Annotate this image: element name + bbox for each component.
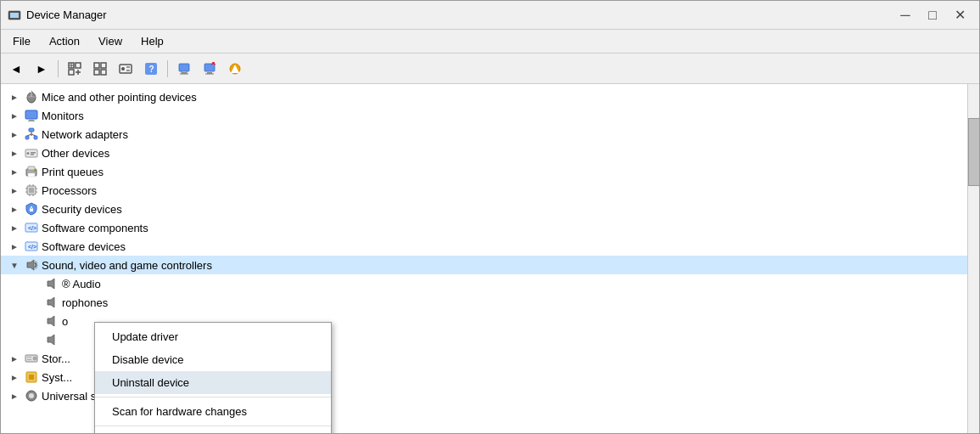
toggle-child1	[28, 277, 42, 290]
properties-button[interactable]	[114, 57, 137, 81]
tree-item-print[interactable]: ► Print queues	[1, 162, 967, 181]
toggle-monitors[interactable]: ►	[8, 109, 21, 122]
menu-help[interactable]: Help	[132, 31, 172, 51]
title-bar: Device Manager ─ □ ✕	[1, 1, 979, 30]
collapse-all-button[interactable]	[88, 57, 112, 81]
context-properties[interactable]: Properties	[95, 429, 331, 433]
svg-text:?: ?	[149, 65, 154, 74]
svg-rect-12	[101, 70, 106, 75]
scrollbar-thumb[interactable]	[968, 118, 979, 186]
label-child2: rophones	[62, 296, 108, 309]
label-processors: Processors	[42, 184, 97, 197]
svg-rect-37	[29, 128, 34, 132]
label-print: Print queues	[42, 166, 104, 178]
svg-rect-38	[25, 136, 29, 139]
label-other: Other devices	[42, 147, 109, 160]
context-uninstall-device[interactable]: Uninstall device	[95, 371, 331, 394]
forward-button[interactable]: ►	[30, 57, 53, 81]
toggle-sw-devices[interactable]: ►	[8, 240, 21, 253]
icon-monitors	[25, 109, 38, 122]
label-mice: Mice and other pointing devices	[42, 91, 197, 104]
close-button[interactable]: ✕	[947, 5, 972, 25]
svg-rect-46	[31, 154, 34, 155]
svg-marker-70	[48, 316, 54, 326]
label-storage: Stor...	[42, 352, 70, 365]
icon-child1	[45, 277, 59, 290]
toggle-other[interactable]: ►	[8, 146, 21, 160]
context-scan-changes[interactable]: Scan for hardware changes	[95, 400, 331, 423]
toggle-network[interactable]: ►	[8, 127, 21, 141]
tree-item-other[interactable]: ► Other devices	[1, 144, 967, 162]
svg-point-44	[27, 152, 30, 155]
menu-action[interactable]: Action	[41, 31, 88, 51]
menu-bar: File Action View Help	[1, 30, 979, 54]
tree-item-processors[interactable]: ► Processors	[1, 181, 967, 200]
context-disable-device[interactable]: Disable device	[95, 348, 331, 371]
tree-item-mice[interactable]: ► Mice and other pointing devices	[1, 87, 967, 106]
icon-sound	[25, 258, 38, 272]
back-button[interactable]: ◄	[4, 57, 28, 81]
icon-other	[25, 146, 38, 160]
tree-child-2[interactable]: rophones	[1, 293, 967, 312]
minimize-button[interactable]: ─	[893, 5, 918, 25]
svg-rect-48	[28, 166, 35, 170]
toggle-print[interactable]: ►	[8, 165, 21, 178]
help-contents-button[interactable]: ?	[139, 57, 163, 81]
window-controls: ─ □ ✕	[893, 5, 972, 25]
svg-rect-77	[29, 375, 34, 380]
tree-item-sw-components[interactable]: ► </> Software components	[1, 218, 967, 237]
context-separator-1	[95, 397, 331, 397]
device-manager-window: Device Manager ─ □ ✕ File Action View He…	[0, 0, 980, 434]
menu-view[interactable]: View	[90, 31, 131, 51]
svg-point-62	[31, 206, 33, 209]
svg-line-41	[27, 134, 31, 136]
svg-rect-10	[101, 63, 106, 68]
svg-marker-67	[27, 260, 34, 270]
svg-point-14	[121, 67, 125, 70]
tree-item-network[interactable]: ► Network adapters	[1, 125, 967, 144]
label-network: Network adapters	[42, 128, 128, 141]
tree-item-security[interactable]: ► Security devices	[1, 200, 967, 218]
icon-child4	[45, 333, 59, 347]
label-security: Security devices	[42, 203, 122, 216]
toggle-usb[interactable]: ►	[8, 389, 21, 403]
icon-mice	[25, 90, 38, 104]
svg-point-79	[29, 393, 34, 398]
svg-rect-34	[25, 110, 37, 119]
tree-item-sw-devices[interactable]: ► </> Software devices	[1, 237, 967, 256]
tree-child-1[interactable]: ® Audio	[1, 274, 967, 293]
svg-marker-69	[48, 297, 54, 307]
toggle-processors[interactable]: ►	[8, 183, 21, 197]
svg-rect-39	[34, 136, 37, 139]
toolbar: ◄ ► ? ✕	[1, 54, 979, 84]
svg-marker-68	[48, 279, 54, 289]
remove-device-button[interactable]: ✕	[198, 57, 221, 81]
expand-all-button[interactable]	[63, 57, 87, 81]
toolbar-separator-1	[58, 60, 59, 77]
toggle-system[interactable]: ►	[8, 370, 21, 384]
toggle-sw-components[interactable]: ►	[8, 221, 21, 234]
menu-file[interactable]: File	[4, 31, 39, 51]
icon-system	[25, 370, 38, 384]
toggle-security[interactable]: ►	[8, 202, 21, 216]
svg-point-50	[34, 170, 36, 172]
toggle-mice[interactable]: ►	[8, 90, 21, 104]
icon-usb	[25, 389, 38, 403]
icon-print	[25, 165, 38, 178]
svg-rect-6	[69, 70, 74, 75]
svg-rect-5	[76, 63, 81, 68]
svg-rect-49	[28, 173, 35, 177]
tree-item-monitors[interactable]: ► Monitors	[1, 106, 967, 125]
update-driver-button[interactable]	[223, 57, 247, 81]
toolbar-separator-2	[167, 60, 168, 77]
maximize-button[interactable]: □	[920, 5, 945, 25]
scan-changes-button[interactable]	[172, 57, 196, 81]
context-update-driver[interactable]: Update driver	[95, 325, 331, 348]
label-child3: o	[62, 315, 68, 328]
toggle-sound[interactable]: ▼	[8, 258, 21, 272]
icon-child2	[45, 296, 59, 309]
toggle-storage[interactable]: ►	[8, 352, 21, 365]
scrollbar[interactable]	[967, 84, 979, 433]
icon-sw-devices: </>	[25, 240, 38, 253]
tree-item-sound[interactable]: ▼ Sound, video and game controllers	[1, 256, 967, 274]
